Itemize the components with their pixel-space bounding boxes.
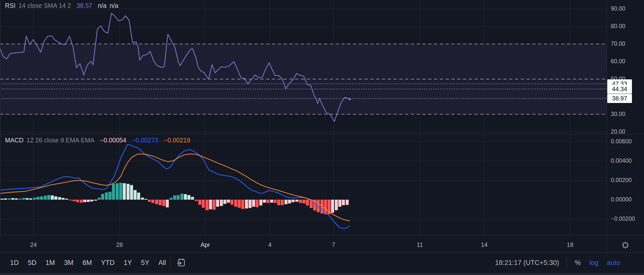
time-axis-label: 24 bbox=[30, 241, 37, 248]
rsi-indicator-title[interactable]: RSI bbox=[5, 2, 16, 9]
toolbar-divider-2 bbox=[567, 257, 567, 268]
rsi-indicator-params[interactable]: 14 close SMA 14 2 bbox=[19, 2, 71, 9]
price-level-badge: 38.97 bbox=[607, 94, 632, 103]
range-button-5d[interactable]: 5D bbox=[28, 259, 37, 267]
axis-settings-gear-icon[interactable] bbox=[620, 240, 630, 250]
bottom-toolbar: 1D5D1M3M6MYTD1Y5YAll 18:21:17 (UTC+5:30)… bbox=[0, 253, 644, 273]
range-button-all[interactable]: All bbox=[158, 259, 166, 267]
rsi-na-2: n/a bbox=[109, 2, 118, 9]
range-button-3m[interactable]: 3M bbox=[64, 259, 74, 267]
chart-workspace: RSI 14 close SMA 14 2 38.57 n/a n/a MACD… bbox=[0, 0, 644, 275]
time-axis-label: 4 bbox=[268, 241, 271, 248]
go-to-date-calendar-icon[interactable] bbox=[176, 258, 186, 268]
rsi-last-value-marker bbox=[349, 98, 351, 100]
macd-line-series[interactable] bbox=[0, 144, 350, 229]
macd-signal-value: −0.00219 bbox=[164, 137, 190, 144]
macd-indicator-params[interactable]: 12 26 close 9 EMA EMA bbox=[27, 137, 95, 144]
rsi-na-1: n/a bbox=[98, 2, 107, 9]
time-axis-label: 18 bbox=[567, 241, 574, 248]
macd-histogram-value: −0.00054 bbox=[100, 137, 126, 144]
range-button-1d[interactable]: 1D bbox=[10, 259, 19, 267]
toolbar-divider bbox=[170, 257, 171, 268]
range-button-1y[interactable]: 1Y bbox=[124, 259, 132, 267]
macd-histogram[interactable] bbox=[1, 183, 349, 214]
price-level-badge: 44.34 bbox=[607, 85, 632, 94]
toolbar-right-group: 18:21:17 (UTC+5:30) % log auto bbox=[495, 253, 620, 273]
time-axis-label: 7 bbox=[332, 241, 335, 248]
range-button-group: 1D5D1M3M6MYTD1Y5YAll bbox=[0, 259, 166, 267]
range-button-5y[interactable]: 5Y bbox=[141, 259, 149, 267]
time-axis-label: 14 bbox=[481, 241, 488, 248]
clock[interactable]: 18:21:17 (UTC+5:30) bbox=[495, 259, 559, 267]
time-axis-label: 11 bbox=[417, 241, 423, 248]
time-axis-label: 28 bbox=[116, 241, 123, 248]
window-bottom-strip bbox=[0, 273, 644, 275]
log-scale-button[interactable]: log bbox=[589, 259, 598, 267]
rsi-legend: RSI 14 close SMA 14 2 38.57 n/a n/a bbox=[5, 2, 118, 9]
time-axis-label: Apr bbox=[200, 241, 210, 248]
rsi-value: 38.57 bbox=[76, 2, 92, 9]
range-button-6m[interactable]: 6M bbox=[83, 259, 92, 267]
macd-legend: MACD 12 26 close 9 EMA EMA −0.00054 −0.0… bbox=[5, 137, 190, 144]
macd-line-value: −0.00273 bbox=[132, 137, 158, 144]
macd-signal-series[interactable] bbox=[0, 154, 350, 221]
range-button-ytd[interactable]: YTD bbox=[101, 259, 115, 267]
percent-scale-button[interactable]: % bbox=[575, 259, 581, 267]
range-button-1m[interactable]: 1M bbox=[46, 259, 55, 267]
auto-scale-button[interactable]: auto bbox=[607, 259, 620, 267]
macd-indicator-title[interactable]: MACD bbox=[5, 137, 24, 144]
